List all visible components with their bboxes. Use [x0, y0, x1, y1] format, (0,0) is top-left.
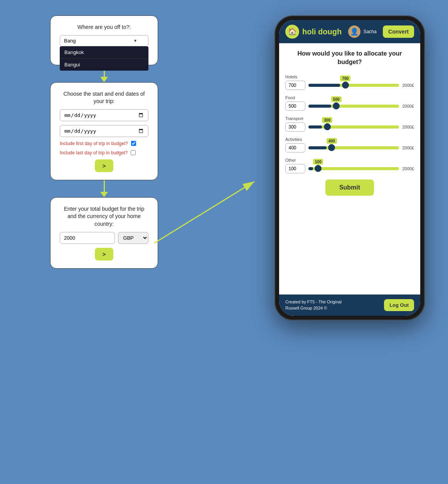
flow-container: Where are you off to?: Bang ▼ Bangkok Ba…	[50, 15, 158, 269]
phone-content: How would you like to allocate your budg…	[279, 43, 420, 294]
slider-input-food[interactable]	[285, 102, 305, 111]
slider-bubble-transport: 300	[322, 117, 332, 123]
arrow-2	[100, 180, 108, 197]
destination-input[interactable]: Bang ▼	[60, 35, 148, 46]
card2-next-button[interactable]: >	[95, 159, 114, 172]
destination-dropdown-menu: Bangkok Bangui	[60, 46, 148, 71]
diagonal-arrow	[147, 174, 270, 251]
checkbox1-label: Include first day of trip in budget?	[60, 141, 128, 146]
slider-row-transport: Transport 300	[285, 116, 414, 132]
slider-controls-activities: 400 2000£	[285, 143, 414, 152]
card-dates: Choose the start and end dates of your t…	[50, 82, 158, 180]
submit-button[interactable]: Submit	[325, 179, 374, 196]
checkbox2-label: Include last day of trip in budget?	[60, 150, 128, 156]
card3-next-button[interactable]: >	[95, 248, 114, 261]
slider-row-hotels: Hotels 700	[285, 74, 414, 90]
checkbox2-row: Include last day of trip in budget?	[60, 150, 148, 156]
slider-track-other[interactable]: 100	[308, 165, 399, 173]
slider-bubble-other: 100	[313, 159, 323, 164]
slider-controls-other: 100 2000£	[285, 164, 414, 173]
slider-row-other: Other 100	[285, 158, 414, 173]
slider-track-hotels[interactable]: 700	[308, 81, 399, 89]
slider-max-other: 2000£	[402, 166, 414, 171]
slider-label-transport: Transport	[285, 116, 414, 121]
phone-wrapper: 🏠 holi dough 👤 Sacha Convert How would y…	[275, 15, 425, 320]
budget-inputs-row: GBP USD EUR	[60, 232, 148, 244]
phone-device: 🏠 holi dough 👤 Sacha Convert How would y…	[275, 15, 425, 320]
slider-row-food: Food 500	[285, 95, 414, 111]
phone-header: 🏠 holi dough 👤 Sacha Convert	[279, 20, 420, 43]
phone-footer: Created by FT5 - The Original Russell Gr…	[279, 294, 420, 316]
svg-line-1	[154, 181, 254, 243]
slider-thumb-transport[interactable]	[324, 124, 331, 130]
phone-logo-area: 🏠 holi dough	[285, 25, 342, 39]
slider-thumb-food[interactable]	[333, 103, 340, 110]
slider-max-transport: 2000£	[402, 125, 414, 129]
slider-row-activities: Activities 400	[285, 137, 414, 152]
start-date-input[interactable]	[60, 109, 148, 121]
slider-controls-hotels: 700 2000£	[285, 81, 414, 90]
currency-select[interactable]: GBP USD EUR	[118, 232, 148, 244]
budget-amount-input[interactable]	[60, 232, 115, 244]
footer-text-line2: Russell Group 2024 ©	[285, 305, 342, 311]
user-name-label: Sacha	[364, 29, 377, 34]
card1-title: Where are you off to?:	[77, 24, 131, 31]
slider-thumb-other[interactable]	[315, 165, 322, 172]
logout-button[interactable]: Log Out	[384, 299, 414, 311]
slider-track-activities[interactable]: 400	[308, 144, 399, 152]
slider-thumb-activities[interactable]	[328, 144, 335, 151]
submit-btn-row: Submit	[285, 179, 414, 196]
checkbox2[interactable]	[131, 150, 136, 155]
slider-thumb-hotels[interactable]	[342, 82, 349, 89]
footer-text: Created by FT5 - The Original Russell Gr…	[285, 299, 342, 311]
slider-label-other: Other	[285, 158, 414, 162]
user-avatar: 👤	[348, 25, 360, 38]
destination-dropdown-container: Bang ▼ Bangkok Bangui	[60, 35, 148, 46]
slider-track-food[interactable]: 500	[308, 102, 399, 110]
slider-label-food: Food	[285, 95, 414, 100]
slider-track-transport[interactable]: 300	[308, 123, 399, 131]
dropdown-arrow-icon: ▼	[133, 39, 137, 43]
slider-label-activities: Activities	[285, 137, 414, 142]
app-name-label: holi dough	[302, 27, 342, 36]
slider-bubble-activities: 400	[327, 138, 337, 144]
slider-max-hotels: 2000£	[402, 83, 414, 88]
dropdown-item-bangui[interactable]: Bangui	[60, 59, 148, 71]
card2-title: Choose the start and end dates of your t…	[60, 90, 148, 105]
slider-controls-food: 500 2000£	[285, 102, 414, 111]
slider-bubble-food: 500	[331, 96, 342, 102]
slider-input-other[interactable]	[285, 164, 305, 173]
slider-input-transport[interactable]	[285, 122, 305, 132]
sliders-container: Hotels 700	[285, 74, 414, 173]
card-budget: Enter your total budget for the trip and…	[50, 197, 158, 269]
convert-button[interactable]: Convert	[383, 25, 414, 38]
slider-controls-transport: 300 2000£	[285, 122, 414, 132]
checkbox1[interactable]	[131, 141, 136, 146]
phone-screen: 🏠 holi dough 👤 Sacha Convert How would y…	[279, 20, 420, 316]
checkbox1-row: Include first day of trip in budget?	[60, 141, 148, 146]
slider-max-activities: 2000£	[402, 146, 414, 150]
slider-input-activities[interactable]	[285, 143, 305, 152]
phone-user-area: 👤 Sacha	[348, 25, 377, 38]
slider-input-hotels[interactable]	[285, 81, 305, 90]
dropdown-item-bangkok[interactable]: Bangkok	[60, 46, 148, 59]
app-logo-icon: 🏠	[285, 25, 299, 39]
card-destination: Where are you off to?: Bang ▼ Bangkok Ba…	[50, 15, 158, 65]
card3-title: Enter your total budget for the trip and…	[60, 205, 148, 228]
destination-input-value: Bang	[64, 38, 76, 44]
end-date-input[interactable]	[60, 125, 148, 137]
slider-bubble-hotels: 700	[340, 75, 350, 81]
budget-question-label: How would you like to allocate your budg…	[285, 49, 414, 67]
slider-max-food: 2000£	[402, 104, 414, 108]
footer-text-line1: Created by FT5 - The Original	[285, 299, 342, 305]
